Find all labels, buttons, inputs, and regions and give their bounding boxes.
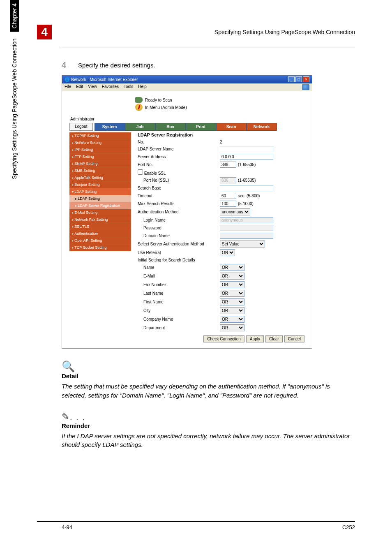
pencil-icon: ✎. . . [62,412,355,421]
label-use-referral: Use Referral [138,250,220,255]
warning-icon [135,104,143,111]
label-password: Password [138,226,220,230]
sidebar-sub-ldap-setting[interactable]: LDAP Setting [69,195,131,202]
form-title: LDAP Server Registration [138,132,304,137]
label-initial-settings: Initial Setting for Search Details [138,258,220,262]
sidebar-item-email[interactable]: E-Mail Setting [69,209,131,216]
sidebar-item-bonjour[interactable]: Bonjour Setting [69,181,131,188]
select-d-email[interactable]: OR [220,273,244,280]
label-server-addr: Server Address [138,155,220,159]
menu-view[interactable]: View [88,84,97,90]
select-d-dept[interactable]: OR [220,324,244,331]
reminder-heading: Reminder [62,422,355,429]
select-d-fax[interactable]: OR [220,281,244,288]
label-auth-method: Authentication Method [138,210,220,214]
vertical-chapter-text: Chapter 4 [10,0,19,32]
embedded-screenshot: 🌐 Network - Microsoft Internet Explorer … [62,75,312,349]
input-timeout[interactable] [220,193,236,199]
cancel-button[interactable]: Cancel [284,335,304,342]
label-d-fax: Fax Number [138,282,220,287]
sidebar: TCP/IP Setting NetWare Setting IPP Setti… [69,132,131,342]
label-d-email: E-Mail [138,274,220,278]
close-icon[interactable]: × [303,76,309,82]
select-use-referral[interactable]: ON [220,249,235,256]
label-server-name: LDAP Server Name [138,147,220,151]
select-d-name[interactable]: OR [220,264,244,271]
status-ready: Ready to Scan [145,98,172,102]
header-rule [62,48,355,48]
tab-print[interactable]: Print [186,123,216,131]
label-port-ssl: Port No.(SSL) [138,178,220,183]
magnifier-icon: 🔍 [62,361,355,372]
chapter-number: 4 [37,25,52,39]
logout-button[interactable]: Logout [69,123,93,131]
apply-button[interactable]: Apply [246,335,264,342]
step-text: Specify the desired settings. [78,60,155,70]
select-d-fname[interactable]: OR [220,298,244,305]
input-server-name[interactable] [220,146,273,152]
label-login-name: Login Name [138,218,220,222]
menu-file[interactable]: File [65,84,71,90]
sidebar-item-ssl[interactable]: SSL/TLS [69,223,131,230]
menu-help[interactable]: Help [138,84,147,90]
label-domain-name: Domain Name [138,234,220,238]
input-login-name [220,217,273,223]
label-d-name: Name [138,265,220,270]
sidebar-item-netfax[interactable]: Network Fax Setting [69,216,131,223]
sidebar-item-openapi[interactable]: OpenAPI Setting [69,237,131,244]
tab-box[interactable]: Box [155,123,186,131]
step-number: 4 [62,60,78,70]
label-d-fname: First Name [138,300,220,304]
sidebar-item-netware[interactable]: NetWare Setting [69,139,131,146]
label-max-results: Max Search Results [138,201,220,206]
sidebar-item-appletalk[interactable]: AppleTalk Setting [69,174,131,181]
menu-favorites[interactable]: Favorites [102,84,119,90]
page-title: Specifying Settings Using PageScope Web … [62,29,355,35]
sidebar-item-smb[interactable]: SMB Setting [69,167,131,174]
clear-button[interactable]: Clear [265,335,283,342]
sidebar-sub-ldap-registration[interactable]: LDAP Server Registration [69,202,131,209]
menu-edit[interactable]: Edit [76,84,83,90]
sidebar-item-ldap[interactable]: LDAP Setting [69,188,131,195]
menu-tools[interactable]: Tools [124,84,133,90]
sidebar-item-snmp[interactable]: SNMP Setting [69,160,131,167]
page-number: 4-94 [62,524,72,530]
minimize-icon[interactable]: _ [288,76,295,82]
sidebar-item-ftp[interactable]: FTP Setting [69,153,131,160]
sidebar-item-tcpsocket[interactable]: TCP Socket Setting [69,244,131,251]
sidebar-item-ipp[interactable]: IPP Setting [69,146,131,153]
label-sel-server-auth: Select Server Authentication Method [138,242,220,246]
maximize-icon[interactable]: □ [295,76,302,82]
check-connection-button[interactable]: Check Connection [203,335,244,342]
detail-body: The setting that must be specified vary … [62,382,355,400]
label-d-dept: Department [138,326,220,330]
ie-menubar: File Edit View Favorites Tools Help [62,83,312,91]
select-auth-method[interactable]: anonymous [220,208,250,215]
vertical-side-label: Specifying Settings Using PageScope Web … [10,0,19,214]
input-max-results[interactable] [220,201,236,207]
tab-job[interactable]: Job [125,123,155,131]
select-d-city[interactable]: OR [220,307,244,314]
tab-system[interactable]: System [95,123,125,131]
label-d-lname: Last Name [138,291,220,296]
ie-icon: 🌐 [65,77,69,82]
input-domain-name [220,233,273,239]
label-port-no: Port No. [138,162,220,167]
select-sel-server-auth[interactable]: Set Value [220,240,265,247]
input-port-no[interactable] [220,162,236,168]
sidebar-item-auth[interactable]: Authentication [69,230,131,237]
sidebar-item-tcpip[interactable]: TCP/IP Setting [69,132,131,139]
input-port-ssl [220,177,236,183]
label-no: No. [138,140,220,144]
tab-scan[interactable]: Scan [216,123,247,131]
vertical-section-text: Specifying Settings Using PageScope Web … [11,38,18,179]
select-d-lname[interactable]: OR [220,290,244,297]
label-timeout: Timeout [138,194,220,198]
administrator-label: Administrator [70,117,304,121]
checkbox-enable-ssl[interactable] [138,169,143,175]
select-d-company[interactable]: OR [220,316,244,323]
input-server-addr[interactable] [220,154,273,160]
input-search-base[interactable] [220,185,273,191]
tab-network[interactable]: Network [247,123,277,131]
window-title: Network - Microsoft Internet Explorer [71,77,288,82]
